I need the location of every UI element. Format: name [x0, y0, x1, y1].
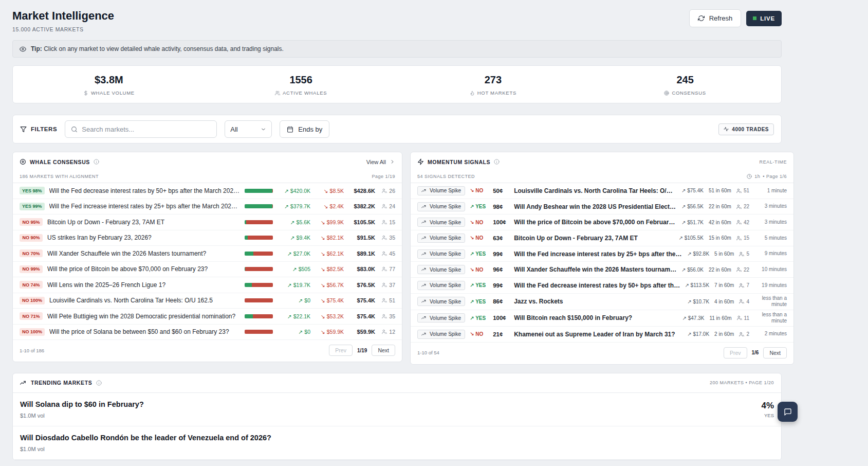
header-titles: Market Intelligence 15.000 ACTIVE MARKET…	[12, 9, 114, 32]
trader-count: 26	[380, 188, 395, 194]
momentum-signal-row[interactable]: Volume Spike ↘ NO 21¢ Khamenei out as Su…	[411, 327, 793, 343]
stat-value: 1556	[205, 74, 397, 86]
whale-range-label: 1-10 of 186	[20, 348, 44, 353]
signal-time-ago: less than a minute	[754, 295, 787, 308]
signal-volume: ↗ $10.7K	[687, 299, 709, 304]
category-value: All	[230, 126, 237, 133]
momentum-signal-row[interactable]: Volume Spike ↗ YES 100¢ Will Bitcoin rea…	[411, 310, 793, 327]
signal-trades: 5 in 60m	[714, 251, 734, 257]
total-volume: $105.5K	[348, 219, 375, 225]
next-button[interactable]: Next	[372, 345, 395, 356]
stat-hot-markets: 273 HOT MARKETS	[397, 74, 589, 96]
filters-bar: FILTERS All Ends by 4000 TRADES	[12, 115, 782, 144]
prev-button[interactable]: Prev	[724, 347, 747, 359]
trader-count: 51	[380, 297, 395, 303]
users-icon	[739, 283, 744, 288]
signal-time-ago: 2 minutes	[754, 331, 787, 337]
momentum-signals-title: MOMENTUM SIGNALS	[428, 159, 490, 165]
trending-up-icon	[421, 220, 427, 225]
signal-stats: ↗ $47.3K 11 in 60m 11	[682, 315, 749, 321]
consensus-bar	[245, 189, 273, 193]
consensus-badge: NO 95%	[20, 218, 43, 226]
momentum-signal-row[interactable]: Volume Spike ↘ NO 96¢ Will Xander Schauf…	[411, 262, 793, 278]
whale-consensus-row[interactable]: NO 71% Will Pete Buttigieg win the 2028 …	[13, 309, 402, 325]
momentum-signal-row[interactable]: Volume Spike ↗ YES 99¢ Will the Fed decr…	[411, 278, 793, 294]
whale-consensus-subheader: 186 MARKETS WITH ALIGNMENT Page 1/19	[13, 170, 402, 183]
stat-consensus: 245 CONSENSUS	[589, 74, 781, 96]
whale-consensus-row[interactable]: NO 70% Will Xander Schauffele win the 20…	[13, 246, 402, 262]
total-volume: $91.5K	[348, 235, 375, 241]
signal-stats: ↗ $75.4K 51 in 60m 51	[681, 188, 749, 193]
yes-volume: ↗ $420.0K	[278, 188, 310, 194]
trending-market-row[interactable]: Will Diosdado Cabello Rondón be the lead…	[13, 426, 781, 460]
header-actions: Refresh LIVE	[689, 9, 782, 27]
refresh-button[interactable]: Refresh	[689, 9, 742, 27]
trending-meta: 200 MARKETS • PAGE 1/20	[710, 380, 774, 385]
momentum-signal-row[interactable]: Volume Spike ↗ YES 98¢ Will Andy Beshear…	[411, 199, 793, 215]
ends-by-button[interactable]: Ends by	[280, 120, 329, 138]
filters-label: FILTERS	[20, 126, 57, 133]
consensus-badge: NO 70%	[20, 249, 43, 257]
market-title: Will the Fed decrease interest rates by …	[49, 187, 240, 194]
signal-price: 100¢	[493, 219, 509, 225]
yes-volume: ↗ $505	[278, 266, 310, 272]
whale-consensus-row[interactable]: NO 100% Louisville Cardinals vs. North C…	[13, 293, 402, 309]
total-volume: $75.4K	[348, 313, 375, 319]
whale-consensus-row[interactable]: YES 99% Will the Fed increase interest r…	[13, 199, 402, 215]
trending-market-info: Will Solana dip to $60 in February? $1.0…	[20, 400, 144, 419]
market-percent: 4%	[761, 401, 774, 411]
market-title: Louisville Cardinals vs. North Carolina …	[49, 297, 240, 304]
chat-bubble-icon	[784, 408, 792, 416]
search-input[interactable]	[82, 126, 211, 133]
signal-type-badge: Volume Spike	[417, 234, 465, 243]
view-all-link[interactable]: View All	[366, 159, 395, 165]
trending-up-icon	[20, 380, 27, 386]
next-button[interactable]: Next	[763, 347, 787, 359]
whale-consensus-row[interactable]: NO 90% US strikes Iran by February 23, 2…	[13, 230, 402, 246]
users-icon	[739, 332, 744, 337]
trader-count: 35	[380, 235, 395, 241]
trending-market-row[interactable]: Will Solana dip to $60 in February? $1.0…	[13, 393, 781, 426]
category-select[interactable]: All	[225, 120, 272, 138]
trending-markets-panel: TRENDING MARKETS 200 MARKETS • PAGE 1/20…	[12, 373, 782, 460]
trending-up-icon	[421, 267, 427, 272]
no-volume: ↘ $75.4K	[315, 297, 344, 303]
whale-consensus-row[interactable]: NO 95% Bitcoin Up or Down - February 23,…	[13, 214, 402, 230]
markets-with-alignment-count: 186 MARKETS WITH ALIGNMENT	[20, 174, 99, 179]
momentum-signal-row[interactable]: Volume Spike ↗ YES 86¢ Jazz vs. Rockets …	[411, 294, 793, 310]
consensus-bar	[245, 283, 273, 287]
market-title: Will Pete Buttigieg win the 2028 Democra…	[47, 313, 240, 320]
consensus-bar	[245, 220, 273, 224]
whale-consensus-row[interactable]: NO 99% Will the price of Bitcoin be abov…	[13, 262, 402, 278]
stat-label: ACTIVE WHALES	[205, 90, 397, 96]
market-title: Will Diosdado Cabello Rondón be the lead…	[20, 434, 271, 442]
signal-time-ago: 1 minute	[754, 188, 787, 194]
chevron-right-icon	[390, 159, 395, 165]
yes-volume: ↗ $19.7K	[278, 282, 310, 288]
signal-volume: ↗ $51.7K	[681, 220, 704, 225]
momentum-signal-row[interactable]: Volume Spike ↘ NO 50¢ Louisville Cardina…	[411, 183, 793, 199]
prev-button[interactable]: Prev	[329, 345, 353, 356]
users-icon	[736, 204, 742, 209]
whale-pager: Prev 1/19 Next	[329, 345, 395, 356]
trending-up-icon	[421, 252, 427, 257]
signal-type-badge: Volume Spike	[417, 202, 465, 211]
momentum-signal-row[interactable]: Volume Spike ↘ NO 100¢ Will the price of…	[411, 214, 793, 230]
signal-trades: 11 in 60m	[709, 315, 731, 321]
whale-consensus-row[interactable]: NO 74% Will Lens win the 2025–26 French …	[13, 277, 402, 293]
whale-consensus-row[interactable]: NO 100% Will the price of Solana be betw…	[13, 325, 402, 340]
consensus-badge: NO 71%	[20, 312, 43, 320]
signal-side: ↗ YES	[470, 299, 488, 304]
info-icon[interactable]	[94, 159, 99, 165]
momentum-signal-row[interactable]: Volume Spike ↗ YES 99¢ Will the Fed incr…	[411, 246, 793, 262]
chat-button[interactable]	[778, 402, 798, 422]
info-icon[interactable]	[494, 159, 500, 165]
consensus-badge: NO 74%	[20, 281, 43, 289]
trending-up-icon	[421, 283, 427, 288]
search-box[interactable]	[65, 120, 217, 138]
yes-volume: ↗ $0	[278, 329, 310, 335]
momentum-signal-row[interactable]: Volume Spike ↘ NO 63¢ Bitcoin Up or Down…	[411, 230, 793, 246]
signal-time-ago: less than a minute	[754, 312, 787, 325]
whale-consensus-row[interactable]: YES 98% Will the Fed decrease interest r…	[13, 183, 402, 199]
info-icon[interactable]	[96, 380, 102, 386]
